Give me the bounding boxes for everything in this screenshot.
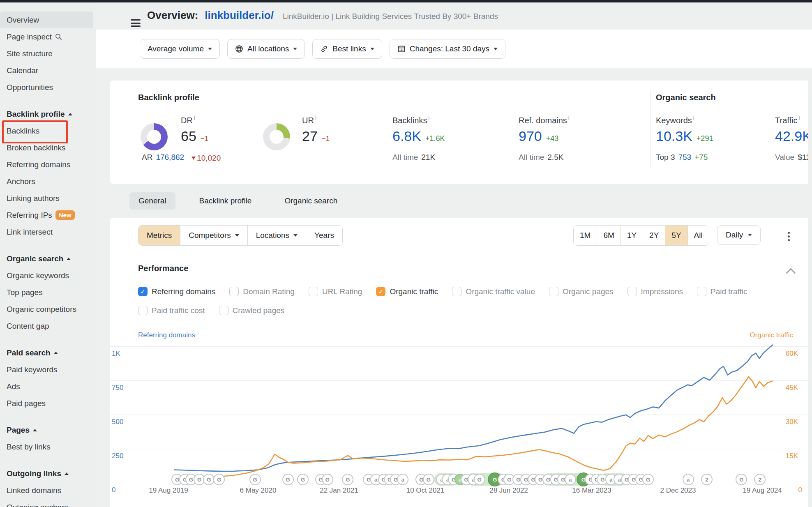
sidebar-item-best-by-links[interactable]: Best by links [0, 438, 96, 455]
sidebar-item-paid-pages[interactable]: Paid pages [0, 395, 96, 412]
sidebar-item-linking-authors[interactable]: Linking authors [0, 190, 96, 207]
sidebar-item-calendar[interactable]: Calendar [0, 62, 96, 79]
google-update-marker[interactable]: G [297, 474, 309, 485]
tab-backlink-profile[interactable]: Backlink profile [190, 192, 261, 210]
google-update-marker[interactable]: G [249, 474, 261, 485]
ur-label: URi [302, 115, 316, 125]
sidebar-item-backlinks[interactable]: Backlinks [0, 122, 96, 139]
keywords-label: Keywordsi [656, 115, 694, 125]
sidebar-section-label: Paid search [7, 344, 51, 361]
tab-organic-search[interactable]: Organic search [275, 192, 346, 210]
sidebar-item-anchors[interactable]: Anchors [0, 173, 96, 190]
info-icon[interactable]: i [315, 115, 316, 121]
info-icon[interactable]: i [798, 115, 800, 121]
metric-checkbox-crawled-pages[interactable]: Crawled pages [219, 306, 285, 315]
sidebar-item-linked-domains[interactable]: Linked domains [0, 482, 96, 499]
traffic-label: Traffici [775, 115, 800, 125]
sidebar-item-organic-competitors[interactable]: Organic competitors [0, 301, 96, 318]
sidebar-section-header-pages[interactable]: Pages [0, 422, 96, 438]
metric-checkbox-paid-traffic-cost[interactable]: Paid traffic cost [138, 306, 205, 315]
sidebar-item-site-structure[interactable]: Site structure [0, 45, 96, 62]
ur-value: 27−1 [302, 128, 330, 144]
info-icon[interactable]: i [194, 115, 195, 121]
sidebar-item-broken-backlinks[interactable]: Broken backlinks [0, 139, 96, 156]
traffic-value[interactable]: 42.9K [775, 128, 808, 144]
collapse-chevron-icon[interactable] [786, 268, 796, 278]
sidebar-section-header-organic-search[interactable]: Organic search [0, 250, 96, 267]
sidebar-item-referring-domains[interactable]: Referring domains [0, 156, 96, 173]
metric-checkbox-organic-traffic[interactable]: ✓Organic traffic [376, 287, 438, 296]
sidebar-navigation: OverviewPage inspectSite structureCalend… [0, 2, 96, 507]
sidebar-item-link-intersect[interactable]: Link intersect [0, 224, 96, 240]
sidebar-item-outgoing-anchors[interactable]: Outgoing anchors [0, 499, 96, 507]
search-icon [55, 33, 62, 40]
sidebar-item-ads[interactable]: Ads [0, 378, 96, 395]
checkbox-icon [697, 287, 706, 296]
sidebar-item-content-gap[interactable]: Content gap [0, 318, 96, 334]
metric-checkbox-organic-traffic-value[interactable]: Organic traffic value [452, 287, 535, 296]
target-domain-link[interactable]: linkbuilder.io/ [205, 9, 274, 22]
metric-checkbox-organic-pages[interactable]: Organic pages [549, 287, 614, 296]
google-update-marker[interactable]: a [397, 474, 408, 485]
ar-value[interactable]: 176,862 [156, 153, 184, 162]
range-2y[interactable]: 2Y [643, 226, 665, 245]
google-update-marker[interactable]: G [423, 474, 434, 485]
metric-checkbox-impressions[interactable]: Impressions [627, 287, 683, 296]
info-icon[interactable]: i [693, 115, 694, 121]
sidebar-item-referring-ips[interactable]: Referring IPsNew [0, 207, 96, 224]
sidebar-item-organic-keywords[interactable]: Organic keywords [0, 267, 96, 284]
page-title: Overview: [147, 9, 198, 22]
metric-checkbox-paid-traffic[interactable]: Paid traffic [697, 287, 747, 296]
google-update-marker[interactable]: G [474, 474, 485, 485]
view-mode-years[interactable]: Years [306, 226, 342, 245]
sidebar-item-top-pages[interactable]: Top pages [0, 284, 96, 301]
checkbox-icon: ✓ [138, 287, 148, 296]
range-6m[interactable]: 6M [597, 226, 621, 245]
filter-button-best-links[interactable]: Best links [312, 39, 382, 59]
filter-button-all-locations[interactable]: All locations [227, 39, 305, 59]
google-update-marker[interactable]: a [683, 474, 694, 485]
keywords-value[interactable]: 10.3K+291 [656, 128, 713, 144]
backlinks-value[interactable]: 6.8K+1.6K [392, 128, 445, 144]
sidebar-section-label: Organic search [7, 250, 63, 267]
sidebar-item-opportunities[interactable]: Opportunities [0, 79, 96, 96]
sidebar-item-paid-keywords[interactable]: Paid keywords [0, 361, 96, 378]
metric-checkbox-referring-domains[interactable]: ✓Referring domains [138, 287, 215, 296]
range-all[interactable]: All [688, 226, 709, 245]
google-update-marker[interactable]: a [565, 474, 576, 485]
filter-button-average-volume[interactable]: Average volume [140, 39, 220, 59]
ref-domains-value[interactable]: 970+43 [519, 128, 558, 144]
google-update-marker[interactable]: G [282, 474, 294, 485]
filter-button-changes-last-30-days[interactable]: Changes: Last 30 days [390, 39, 505, 59]
range-1m[interactable]: 1M [574, 226, 597, 245]
info-icon[interactable]: i [428, 115, 429, 121]
hamburger-menu-icon[interactable] [131, 19, 141, 27]
chevron-down-icon [293, 48, 297, 50]
metric-checkbox-domain-rating[interactable]: Domain Rating [229, 287, 295, 296]
tab-general[interactable]: General [129, 192, 175, 210]
google-update-marker[interactable]: G [322, 474, 333, 485]
main-content: Overview: linkbuilder.io/ LinkBuilder.io… [96, 2, 812, 507]
sidebar-section-header-outgoing-links[interactable]: Outgoing links [0, 465, 96, 482]
info-icon[interactable]: i [568, 115, 570, 121]
sidebar-item-overview[interactable]: Overview [0, 12, 93, 28]
metric-checkbox-url-rating[interactable]: URL Rating [309, 287, 362, 296]
keywords-top3: Top 3753+75 [656, 153, 708, 162]
sidebar-item-page-inspect[interactable]: Page inspect [0, 28, 96, 45]
section-divider [651, 90, 651, 167]
google-update-marker[interactable]: 2 [701, 474, 713, 485]
range-5y[interactable]: 5Y [665, 226, 687, 245]
google-update-marker[interactable]: G [213, 474, 225, 485]
sidebar-section-header-backlink-profile[interactable]: Backlink profile [0, 106, 96, 122]
range-1y[interactable]: 1Y [621, 226, 643, 245]
view-mode-locations[interactable]: Locations [248, 226, 306, 245]
checkbox-icon [219, 306, 228, 315]
sidebar-section-label: Backlink profile [7, 106, 65, 122]
view-mode-metrics[interactable]: Metrics [138, 226, 180, 245]
checkbox-icon: ✓ [376, 287, 385, 296]
granularity-dropdown[interactable]: Daily [717, 225, 761, 245]
sidebar-section-header-paid-search[interactable]: Paid search [0, 344, 96, 361]
google-update-marker[interactable]: G [642, 474, 654, 485]
view-mode-competitors[interactable]: Competitors [180, 226, 247, 245]
more-options-icon[interactable] [786, 230, 791, 243]
